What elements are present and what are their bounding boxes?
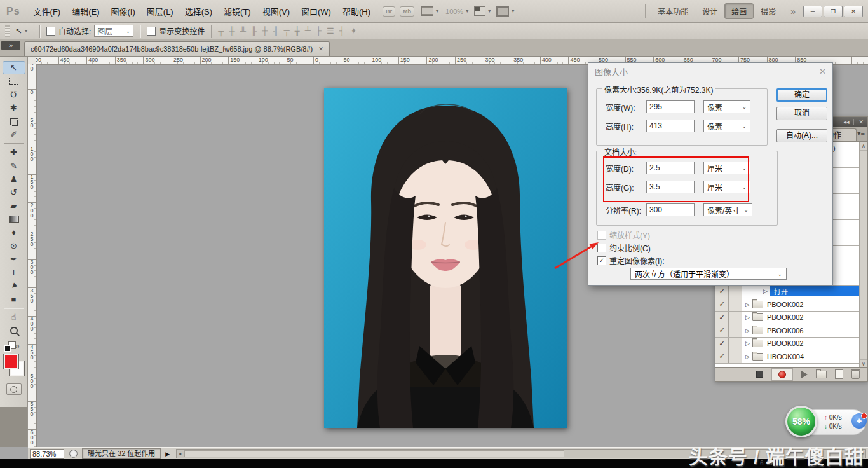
scroll-up-icon[interactable]: ∧: [860, 142, 867, 151]
path-selection-tool[interactable]: ◄: [3, 279, 25, 292]
default-swatches-icon[interactable]: ↺: [4, 342, 17, 352]
gradient-tool[interactable]: [3, 212, 25, 226]
quick-mask-button[interactable]: [6, 383, 22, 395]
eraser-tool[interactable]: ▰: [3, 199, 25, 212]
menu-item[interactable]: 编辑(E): [66, 3, 105, 19]
action-row[interactable]: ✓▷PBOOK002: [715, 298, 867, 312]
window-minimize-button[interactable]: ─: [803, 6, 822, 17]
dialog-close-icon[interactable]: ✕: [819, 67, 826, 76]
screen-mode-dropdown-icon[interactable]: ▾: [512, 8, 514, 14]
history-brush-tool[interactable]: ↺: [3, 186, 25, 199]
collapse-panels-icon[interactable]: »: [1, 41, 20, 50]
resample-image-checkbox[interactable]: ✓ 重定图像像素(I):: [597, 255, 665, 266]
action-enabled-checkbox[interactable]: ✓: [715, 298, 729, 311]
action-row[interactable]: ✓▷打开: [715, 286, 867, 299]
collapse-to-icons-icon[interactable]: ◂◂: [843, 119, 849, 125]
resolution-unit-select[interactable]: 像素/英寸 ⌄: [703, 203, 752, 216]
action-dialog-toggle[interactable]: [729, 312, 742, 324]
brush-tool[interactable]: ✎: [3, 159, 25, 172]
crop-tool[interactable]: [3, 114, 25, 128]
expand-triangle-icon[interactable]: ▷: [745, 301, 750, 308]
panel-menu-icon[interactable]: ▾≡: [857, 129, 865, 137]
cancel-button[interactable]: 取消: [776, 107, 827, 120]
lasso-tool[interactable]: ℧: [3, 88, 25, 101]
zoom-level-select[interactable]: 100%: [445, 8, 463, 15]
actions-scrollbar[interactable]: ∧ ∨: [859, 142, 867, 368]
auto-select-checkbox[interactable]: [46, 27, 55, 36]
auto-button[interactable]: 自动(A)...: [776, 129, 827, 142]
doc-height-input[interactable]: 3.5: [646, 181, 695, 193]
menu-item[interactable]: 视图(V): [257, 3, 295, 19]
menu-item[interactable]: 选择(S): [179, 3, 218, 19]
status-flyout-icon[interactable]: ▶: [165, 451, 170, 457]
menu-item[interactable]: 图层(L): [141, 3, 179, 19]
view-extras-dropdown-icon[interactable]: ▾: [436, 8, 438, 14]
close-panel-icon[interactable]: ✕: [858, 119, 864, 125]
expand-triangle-icon[interactable]: ▷: [763, 288, 768, 294]
pixel-height-unit-select[interactable]: 像素 ⌄: [703, 120, 750, 132]
arrange-documents-dropdown-icon[interactable]: ▾: [488, 8, 491, 14]
pixel-height-input[interactable]: 413: [646, 120, 695, 132]
workspace-tab[interactable]: 绘画: [724, 3, 754, 19]
action-dialog-toggle[interactable]: [729, 338, 742, 350]
portrait-photo[interactable]: [324, 88, 567, 428]
window-restore-button[interactable]: ❐: [824, 6, 843, 17]
workspace-tab[interactable]: 设计: [695, 3, 724, 19]
show-transform-checkbox[interactable]: [147, 27, 156, 36]
action-row[interactable]: ✓▷HBOOK004: [715, 350, 867, 364]
menu-item[interactable]: 滤镜(T): [218, 3, 257, 19]
zoom-percentage-field[interactable]: 88.73%: [30, 449, 64, 459]
arrange-documents-icon[interactable]: [474, 6, 485, 16]
action-enabled-checkbox[interactable]: ✓: [715, 324, 729, 337]
expand-triangle-icon[interactable]: ▷: [745, 340, 750, 347]
clone-stamp-tool[interactable]: ♟: [3, 172, 25, 186]
resample-method-select[interactable]: 两次立方（适用于平滑渐变） ⌄: [630, 268, 787, 280]
pen-tool[interactable]: ✒: [3, 252, 25, 266]
play-selection-icon[interactable]: [801, 371, 808, 378]
pixel-width-input[interactable]: 295: [646, 100, 695, 113]
action-enabled-checkbox[interactable]: ✓: [715, 312, 729, 324]
doc-width-unit-select[interactable]: 厘米 ⌄: [703, 162, 750, 174]
stop-playing-icon[interactable]: [756, 371, 763, 378]
scrollbar-thumb[interactable]: [184, 450, 564, 457]
action-enabled-checkbox[interactable]: ✓: [715, 338, 729, 350]
action-row[interactable]: ✓▷PBOOK006: [715, 324, 867, 338]
expand-triangle-icon[interactable]: ▷: [745, 314, 750, 320]
bridge-icon[interactable]: Br: [383, 6, 395, 17]
action-enabled-checkbox[interactable]: ✓: [715, 286, 729, 298]
document-tab[interactable]: c60472ed60daa346904a0f2da174b8bac9c38318…: [24, 41, 330, 56]
expand-triangle-icon[interactable]: ▷: [745, 354, 750, 360]
ok-button[interactable]: 确定: [776, 88, 827, 102]
move-tool[interactable]: ↖: [3, 61, 25, 74]
delete-action-icon[interactable]: [851, 370, 860, 379]
new-action-set-icon[interactable]: [816, 371, 827, 378]
magic-wand-tool[interactable]: ✱: [3, 101, 25, 114]
screen-mode-icon[interactable]: [496, 6, 509, 17]
action-row[interactable]: ✓▷PBOOK002: [715, 338, 867, 351]
rectangle-tool[interactable]: ■: [3, 292, 25, 306]
foreground-color-swatch[interactable]: [4, 354, 18, 369]
new-action-icon[interactable]: [835, 369, 843, 379]
view-extras-icon[interactable]: [421, 6, 433, 16]
menu-item[interactable]: 文件(F): [28, 3, 67, 19]
type-tool[interactable]: T: [3, 266, 25, 279]
constrain-proportions-checkbox[interactable]: 约束比例(C): [597, 242, 651, 253]
swap-colors-icon[interactable]: ↺: [15, 343, 20, 350]
rectangular-marquee-tool[interactable]: [3, 74, 25, 88]
dodge-tool[interactable]: ⊙: [3, 239, 25, 252]
action-dialog-toggle[interactable]: [729, 350, 742, 363]
workspace-tab[interactable]: 基本功能: [651, 3, 695, 19]
pixel-width-unit-select[interactable]: 像素 ⌄: [703, 100, 750, 113]
eyedropper-tool[interactable]: ✐: [3, 128, 25, 141]
spot-healing-brush-tool[interactable]: ✚: [3, 146, 25, 159]
boost-button[interactable]: +: [851, 413, 867, 429]
close-document-icon[interactable]: ✕: [318, 46, 323, 52]
doc-height-unit-select[interactable]: 厘米 ⌄: [703, 181, 750, 193]
auto-select-target-select[interactable]: 图层 ⌄: [94, 25, 133, 37]
action-dialog-toggle[interactable]: [729, 324, 742, 337]
menu-item[interactable]: 窗口(W): [295, 3, 337, 19]
menu-item[interactable]: 帮助(H): [337, 3, 376, 19]
blur-tool[interactable]: ♦: [3, 226, 25, 239]
options-bar-grip[interactable]: [5, 25, 10, 37]
zoom-level-dropdown-icon[interactable]: ▾: [466, 8, 468, 14]
